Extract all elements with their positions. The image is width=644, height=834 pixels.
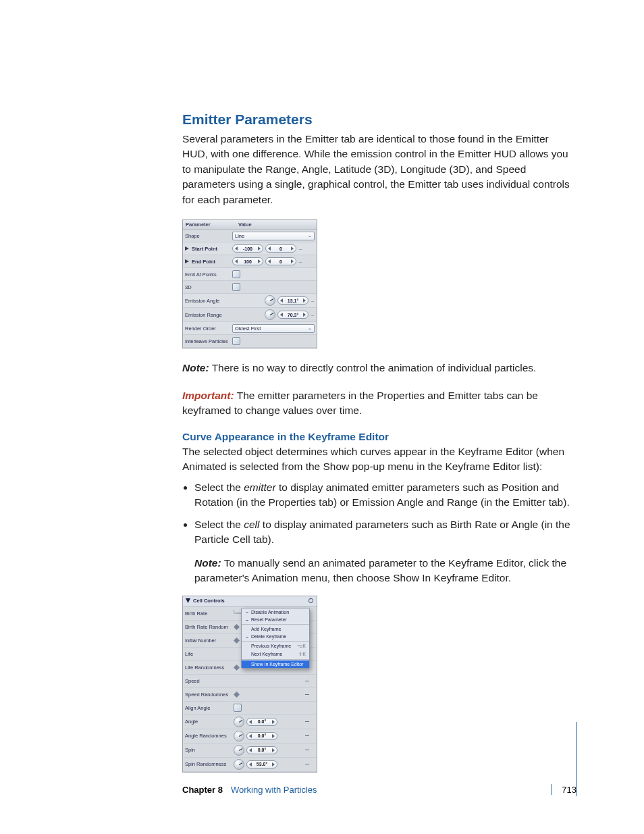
row-start-point: Start Point -100 0 – — [183, 242, 317, 255]
row-speed-randomness: Speed Randomnes — [183, 688, 317, 702]
angle-dial[interactable] — [265, 295, 275, 306]
label-interleave: Interleave Particles — [185, 338, 232, 344]
spin-random-stepper[interactable]: 53.0° — [246, 760, 277, 768]
chevron-left-icon — [280, 298, 283, 303]
svg-marker-9 — [291, 259, 294, 263]
important-paragraph: Important: The emitter parameters in the… — [182, 388, 576, 419]
row-render-order: Render Order Oldest First ⌄ — [183, 322, 317, 335]
svg-marker-5 — [185, 259, 189, 263]
row-align-angle: Align Angle — [183, 702, 317, 715]
start-y-stepper[interactable]: 0 — [265, 244, 296, 253]
spin-stepper[interactable]: 0.0° — [246, 746, 277, 754]
chevron-left-icon — [268, 259, 271, 263]
start-x-stepper[interactable]: -100 — [232, 244, 263, 253]
svg-marker-2 — [258, 246, 261, 251]
row-spin-randomness: Spin Randomness 53.0° — [183, 758, 317, 772]
emit-at-points-checkbox[interactable] — [232, 270, 240, 278]
note-label: Note: — [182, 362, 209, 373]
keyframe-icon[interactable] — [234, 664, 240, 671]
header-parameter: Parameter — [183, 220, 236, 229]
row-menu-icon[interactable] — [305, 764, 309, 764]
menu-reset-parameter[interactable]: –Reset Parameter — [242, 616, 309, 623]
margin-rule — [576, 722, 577, 796]
keyframe-icon[interactable] — [234, 637, 240, 644]
note-paragraph-2: Note: To manually send an animated param… — [194, 556, 576, 586]
angle-dial[interactable] — [234, 731, 244, 741]
interleave-checkbox[interactable] — [232, 337, 240, 345]
group-header[interactable]: Cell Controls — [183, 596, 317, 607]
note-label: Note: — [194, 557, 221, 569]
chevron-right-icon — [291, 246, 294, 251]
svg-marker-25 — [249, 734, 252, 738]
shape-value: Line — [235, 233, 244, 239]
footer-chapter: Chapter 8 — [182, 785, 223, 795]
row-menu-icon[interactable]: – — [311, 298, 315, 304]
align-angle-checkbox[interactable] — [234, 704, 242, 712]
shape-dropdown[interactable]: Line ⌄ — [232, 232, 315, 240]
svg-marker-22 — [234, 692, 240, 698]
row-menu-icon[interactable]: – — [298, 259, 302, 265]
menu-disable-animation[interactable]: –Disable Animation — [242, 608, 309, 616]
render-order-value: Oldest First — [235, 325, 261, 332]
angle-dial[interactable] — [234, 745, 244, 756]
svg-marker-19 — [234, 624, 240, 630]
svg-marker-3 — [268, 246, 271, 251]
group-gear-icon[interactable] — [308, 598, 314, 605]
3d-checkbox[interactable] — [232, 283, 240, 291]
subsection-intro: The selected object determines which cur… — [182, 444, 576, 475]
emission-angle-stepper[interactable]: 13.1° — [277, 296, 308, 305]
row-3d: 3D — [183, 281, 317, 294]
render-order-dropdown[interactable]: Oldest First ⌄ — [232, 324, 315, 333]
angle-stepper[interactable]: 0.0° — [246, 718, 277, 726]
svg-marker-8 — [268, 259, 271, 263]
keyframe-icon[interactable] — [234, 692, 240, 698]
chevron-right-icon — [303, 313, 306, 317]
svg-marker-23 — [249, 720, 252, 724]
menu-prev-keyframe[interactable]: Previous Keyframe⌥K — [242, 642, 309, 650]
section-heading: Emitter Parameters — [182, 111, 576, 128]
svg-marker-10 — [280, 298, 283, 303]
menu-add-keyframe[interactable]: Add Keyframe — [242, 625, 309, 633]
row-menu-icon[interactable] — [305, 681, 309, 681]
angle-dial[interactable] — [265, 309, 275, 320]
emission-range-stepper[interactable]: 70.3° — [277, 311, 308, 319]
row-angle-randomness: Angle Randomnes 0.0° — [183, 729, 317, 744]
menu-next-keyframe[interactable]: Next Keyframe⇧K — [242, 650, 309, 658]
label-emission-angle: Emission Angle — [185, 298, 232, 304]
disclosure-icon[interactable] — [185, 259, 189, 263]
end-y-stepper[interactable]: 0 — [265, 257, 296, 265]
svg-marker-4 — [291, 246, 294, 251]
footer-title: Working with Particles — [231, 785, 317, 795]
end-x-stepper[interactable]: 100 — [232, 257, 263, 265]
label-emit-at-points: Emit At Points — [185, 271, 232, 278]
animation-popup-menu[interactable]: –Disable Animation –Reset Parameter Add … — [241, 608, 310, 669]
chevron-right-icon — [291, 259, 294, 263]
menu-delete-keyframe[interactable]: –Delete Keyframe — [242, 633, 309, 640]
angle-dial[interactable] — [234, 759, 244, 770]
label-render-order: Render Order — [185, 325, 232, 332]
keyframe-icon[interactable] — [234, 624, 240, 630]
angle-dial[interactable] — [234, 716, 244, 727]
disclosure-icon[interactable] — [185, 246, 189, 251]
row-emit-at-points: Emit At Points — [183, 268, 317, 281]
row-menu-icon[interactable]: – — [311, 312, 315, 318]
label-start-point: Start Point — [185, 246, 232, 252]
row-menu-icon[interactable] — [305, 750, 309, 750]
svg-marker-27 — [249, 748, 252, 752]
row-menu-icon[interactable] — [305, 694, 309, 695]
label-emission-range: Emission Range — [185, 312, 232, 318]
svg-marker-1 — [235, 246, 238, 251]
row-interleave: Interleave Particles — [183, 335, 317, 348]
row-menu-icon[interactable] — [305, 721, 309, 722]
svg-marker-30 — [272, 762, 275, 766]
row-menu-icon[interactable]: – — [298, 246, 302, 252]
svg-marker-21 — [234, 664, 240, 671]
page-footer: Chapter 8 Working with Particles 713 — [182, 784, 576, 795]
cell-controls-panel: Cell Controls Birth Rate 201 × — [182, 596, 317, 773]
menu-show-in-keyframe-editor[interactable]: Show In Keyframe Editor — [242, 660, 309, 668]
svg-marker-0 — [185, 246, 189, 251]
chevron-right-icon — [272, 720, 275, 724]
row-menu-icon[interactable] — [305, 735, 309, 736]
angle-random-stepper[interactable]: 0.0° — [246, 732, 277, 740]
svg-marker-6 — [235, 259, 238, 263]
